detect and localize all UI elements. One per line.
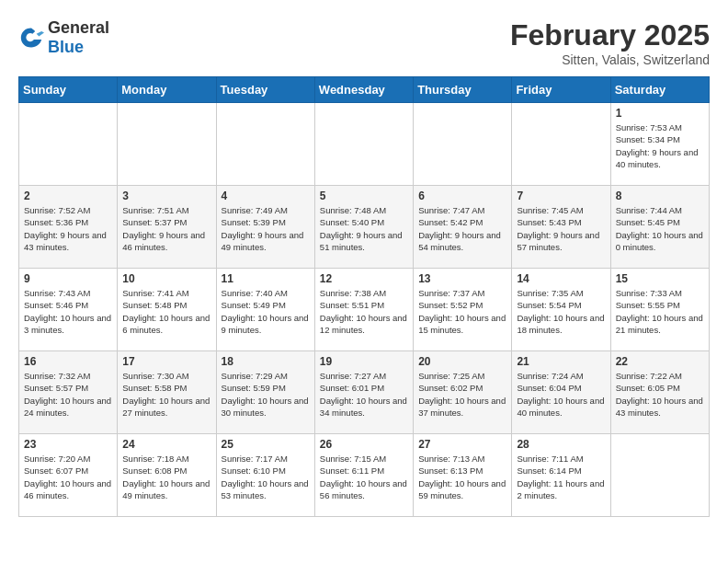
calendar-cell: 28Sunrise: 7:11 AM Sunset: 6:14 PM Dayli… <box>512 434 610 517</box>
calendar-cell: 15Sunrise: 7:33 AM Sunset: 5:55 PM Dayli… <box>610 269 709 351</box>
calendar-cell <box>512 103 610 186</box>
month-title: February 2025 <box>510 18 710 52</box>
day-info: Sunrise: 7:49 AM Sunset: 5:39 PM Dayligh… <box>222 204 310 253</box>
day-number: 23 <box>24 438 112 451</box>
calendar-header-wednesday: Wednesday <box>314 77 413 103</box>
day-info: Sunrise: 7:18 AM Sunset: 6:08 PM Dayligh… <box>122 453 210 501</box>
day-number: 1 <box>616 107 704 120</box>
logo-text: General Blue <box>48 18 109 57</box>
calendar-cell: 10Sunrise: 7:41 AM Sunset: 5:48 PM Dayli… <box>118 269 216 351</box>
title-block: February 2025 Sitten, Valais, Switzerlan… <box>510 18 710 67</box>
calendar-cell: 2Sunrise: 7:52 AM Sunset: 5:36 PM Daylig… <box>19 186 118 269</box>
calendar-cell: 13Sunrise: 7:37 AM Sunset: 5:52 PM Dayli… <box>414 269 512 351</box>
calendar-cell: 11Sunrise: 7:40 AM Sunset: 5:49 PM Dayli… <box>216 269 314 351</box>
day-info: Sunrise: 7:43 AM Sunset: 5:46 PM Dayligh… <box>24 287 112 336</box>
day-number: 24 <box>122 438 210 451</box>
day-info: Sunrise: 7:33 AM Sunset: 5:55 PM Dayligh… <box>616 287 704 336</box>
day-number: 2 <box>24 190 112 202</box>
day-number: 7 <box>517 190 605 202</box>
calendar-header-sunday: Sunday <box>19 77 118 103</box>
calendar-header-saturday: Saturday <box>610 77 709 103</box>
day-info: Sunrise: 7:47 AM Sunset: 5:42 PM Dayligh… <box>418 204 506 253</box>
day-info: Sunrise: 7:32 AM Sunset: 5:57 PM Dayligh… <box>24 370 112 419</box>
calendar-cell: 25Sunrise: 7:17 AM Sunset: 6:10 PM Dayli… <box>216 434 314 517</box>
day-number: 3 <box>122 190 210 202</box>
calendar-cell: 7Sunrise: 7:45 AM Sunset: 5:43 PM Daylig… <box>512 186 610 269</box>
calendar-cell <box>414 103 512 186</box>
calendar-cell: 27Sunrise: 7:13 AM Sunset: 6:13 PM Dayli… <box>414 434 512 517</box>
logo: General Blue <box>18 18 109 57</box>
calendar-cell: 21Sunrise: 7:24 AM Sunset: 6:04 PM Dayli… <box>512 351 610 434</box>
calendar-cell: 19Sunrise: 7:27 AM Sunset: 6:01 PM Dayli… <box>314 351 413 434</box>
calendar-header-row: SundayMondayTuesdayWednesdayThursdayFrid… <box>19 77 710 103</box>
calendar-cell: 6Sunrise: 7:47 AM Sunset: 5:42 PM Daylig… <box>414 186 512 269</box>
day-number: 16 <box>24 355 112 368</box>
day-info: Sunrise: 7:27 AM Sunset: 6:01 PM Dayligh… <box>320 370 408 419</box>
day-info: Sunrise: 7:22 AM Sunset: 6:05 PM Dayligh… <box>616 370 704 419</box>
location: Sitten, Valais, Switzerland <box>510 52 710 67</box>
calendar-cell: 23Sunrise: 7:20 AM Sunset: 6:07 PM Dayli… <box>19 434 118 517</box>
calendar-header-thursday: Thursday <box>414 77 512 103</box>
calendar-cell: 14Sunrise: 7:35 AM Sunset: 5:54 PM Dayli… <box>512 269 610 351</box>
day-info: Sunrise: 7:11 AM Sunset: 6:14 PM Dayligh… <box>517 453 605 501</box>
day-number: 13 <box>418 272 506 285</box>
calendar-cell <box>314 103 413 186</box>
day-number: 20 <box>418 355 506 368</box>
day-info: Sunrise: 7:37 AM Sunset: 5:52 PM Dayligh… <box>418 287 506 336</box>
calendar-week-row: 9Sunrise: 7:43 AM Sunset: 5:46 PM Daylig… <box>19 269 710 351</box>
day-info: Sunrise: 7:24 AM Sunset: 6:04 PM Dayligh… <box>517 370 605 419</box>
logo-blue: Blue <box>48 38 84 56</box>
calendar-header-monday: Monday <box>118 77 216 103</box>
day-number: 14 <box>517 272 605 285</box>
day-info: Sunrise: 7:53 AM Sunset: 5:34 PM Dayligh… <box>616 121 704 170</box>
day-number: 21 <box>517 355 605 368</box>
day-number: 22 <box>616 355 704 368</box>
day-info: Sunrise: 7:35 AM Sunset: 5:54 PM Dayligh… <box>517 287 605 336</box>
page-header: General Blue February 2025 Sitten, Valai… <box>18 18 710 67</box>
calendar-cell: 17Sunrise: 7:30 AM Sunset: 5:58 PM Dayli… <box>118 351 216 434</box>
calendar-header-friday: Friday <box>512 77 610 103</box>
day-number: 9 <box>24 272 112 285</box>
calendar-cell: 9Sunrise: 7:43 AM Sunset: 5:46 PM Daylig… <box>19 269 118 351</box>
calendar-cell: 1Sunrise: 7:53 AM Sunset: 5:34 PM Daylig… <box>610 103 709 186</box>
calendar-cell: 22Sunrise: 7:22 AM Sunset: 6:05 PM Dayli… <box>610 351 709 434</box>
calendar-cell: 26Sunrise: 7:15 AM Sunset: 6:11 PM Dayli… <box>314 434 413 517</box>
calendar-week-row: 1Sunrise: 7:53 AM Sunset: 5:34 PM Daylig… <box>19 103 710 186</box>
day-number: 6 <box>418 190 506 202</box>
calendar-cell: 16Sunrise: 7:32 AM Sunset: 5:57 PM Dayli… <box>19 351 118 434</box>
calendar-cell <box>216 103 314 186</box>
day-number: 4 <box>222 190 310 202</box>
calendar-header-tuesday: Tuesday <box>216 77 314 103</box>
day-info: Sunrise: 7:15 AM Sunset: 6:11 PM Dayligh… <box>320 453 408 501</box>
day-info: Sunrise: 7:30 AM Sunset: 5:58 PM Dayligh… <box>122 370 210 419</box>
calendar-week-row: 2Sunrise: 7:52 AM Sunset: 5:36 PM Daylig… <box>19 186 710 269</box>
calendar-cell: 5Sunrise: 7:48 AM Sunset: 5:40 PM Daylig… <box>314 186 413 269</box>
calendar-cell: 20Sunrise: 7:25 AM Sunset: 6:02 PM Dayli… <box>414 351 512 434</box>
calendar-week-row: 23Sunrise: 7:20 AM Sunset: 6:07 PM Dayli… <box>19 434 710 517</box>
day-number: 15 <box>616 272 704 285</box>
calendar-table: SundayMondayTuesdayWednesdayThursdayFrid… <box>18 76 710 517</box>
day-number: 28 <box>517 438 605 451</box>
calendar-cell <box>118 103 216 186</box>
day-number: 26 <box>320 438 408 451</box>
day-info: Sunrise: 7:20 AM Sunset: 6:07 PM Dayligh… <box>24 453 112 501</box>
logo-icon <box>18 25 44 51</box>
day-info: Sunrise: 7:17 AM Sunset: 6:10 PM Dayligh… <box>222 453 310 501</box>
day-info: Sunrise: 7:45 AM Sunset: 5:43 PM Dayligh… <box>517 204 605 253</box>
day-number: 5 <box>320 190 408 202</box>
day-info: Sunrise: 7:41 AM Sunset: 5:48 PM Dayligh… <box>122 287 210 336</box>
day-number: 19 <box>320 355 408 368</box>
day-info: Sunrise: 7:29 AM Sunset: 5:59 PM Dayligh… <box>222 370 310 419</box>
day-number: 18 <box>222 355 310 368</box>
calendar-cell: 3Sunrise: 7:51 AM Sunset: 5:37 PM Daylig… <box>118 186 216 269</box>
calendar-cell <box>19 103 118 186</box>
calendar-cell: 8Sunrise: 7:44 AM Sunset: 5:45 PM Daylig… <box>610 186 709 269</box>
calendar-week-row: 16Sunrise: 7:32 AM Sunset: 5:57 PM Dayli… <box>19 351 710 434</box>
calendar-cell: 12Sunrise: 7:38 AM Sunset: 5:51 PM Dayli… <box>314 269 413 351</box>
calendar-cell: 24Sunrise: 7:18 AM Sunset: 6:08 PM Dayli… <box>118 434 216 517</box>
day-info: Sunrise: 7:48 AM Sunset: 5:40 PM Dayligh… <box>320 204 408 253</box>
day-number: 17 <box>122 355 210 368</box>
calendar-cell: 4Sunrise: 7:49 AM Sunset: 5:39 PM Daylig… <box>216 186 314 269</box>
day-info: Sunrise: 7:25 AM Sunset: 6:02 PM Dayligh… <box>418 370 506 419</box>
day-info: Sunrise: 7:52 AM Sunset: 5:36 PM Dayligh… <box>24 204 112 253</box>
